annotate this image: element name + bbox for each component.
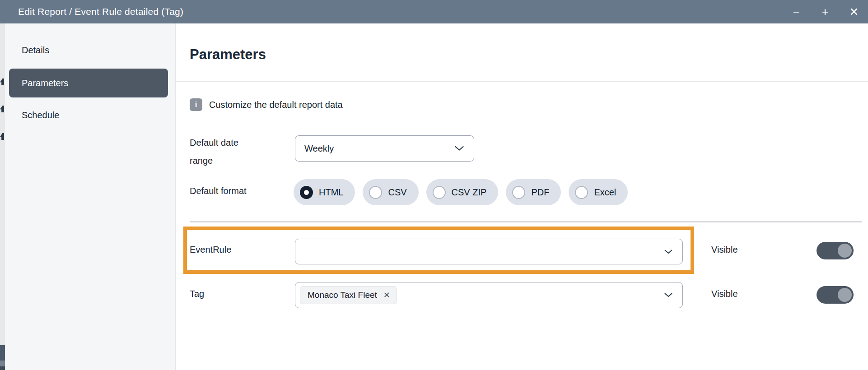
chevron-down-icon — [664, 293, 672, 297]
tag-chip-text: Monaco Taxi Fleet — [308, 290, 377, 300]
info-icon: i — [190, 98, 202, 111]
minimize-icon[interactable]: − — [789, 0, 803, 23]
tag-visible-label: Visible — [711, 289, 738, 299]
info-banner: i Customize the default report data — [190, 98, 343, 111]
date-range-label: Default date range — [190, 134, 260, 170]
date-range-value: Weekly — [304, 143, 334, 154]
toggle-knob — [838, 244, 852, 258]
window-title: Edit Report / Event Rule detailed (Tag) — [18, 6, 183, 17]
window-controls: − + ✕ — [789, 0, 861, 23]
radio-unselected-icon — [575, 186, 588, 199]
parameters-panel: Parameters i Customize the default repor… — [176, 23, 868, 370]
tag-visible-toggle[interactable] — [817, 286, 854, 304]
radio-unselected-icon — [433, 186, 446, 199]
background-block — [0, 366, 5, 370]
format-option-csvzip[interactable]: CSV ZIP — [426, 179, 499, 205]
tag-select[interactable]: Monaco Taxi Fleet ✕ — [295, 282, 683, 308]
close-icon[interactable]: ✕ — [847, 0, 861, 23]
tag-label: Tag — [190, 289, 204, 299]
event-rule-label: EventRule — [190, 245, 231, 255]
radio-unselected-icon — [369, 186, 382, 199]
format-options: HTML CSV CSV ZIP PDF Excel — [294, 179, 628, 205]
sidebar-item-parameters[interactable]: Parameters — [9, 69, 168, 97]
page-title: Parameters — [190, 46, 266, 63]
radio-selected-icon — [300, 186, 313, 199]
date-range-select[interactable]: Weekly — [295, 135, 474, 162]
format-option-html[interactable]: HTML — [294, 179, 355, 205]
sidebar-item-schedule[interactable]: Schedule — [5, 105, 175, 125]
format-option-pdf[interactable]: PDF — [506, 179, 561, 205]
sidebar: Details Parameters Schedule — [5, 23, 176, 370]
chevron-down-icon — [455, 146, 464, 151]
background-glyph-fragment — [0, 133, 4, 140]
background-glyph-fragment — [0, 79, 4, 85]
info-text: Customize the default report data — [209, 100, 343, 110]
background-block — [0, 361, 5, 366]
title-divider — [176, 81, 868, 82]
format-option-csv[interactable]: CSV — [363, 179, 418, 205]
event-rule-visible-toggle[interactable] — [817, 242, 854, 259]
section-divider — [190, 221, 862, 222]
event-rule-visible-label: Visible — [711, 245, 738, 255]
tag-chip: Monaco Taxi Fleet ✕ — [300, 286, 397, 304]
background-sliver — [0, 23, 5, 370]
event-rule-select[interactable] — [295, 239, 683, 264]
background-glyph-fragment — [0, 106, 4, 112]
maximize-icon[interactable]: + — [818, 0, 832, 23]
background-block — [0, 345, 5, 361]
radio-unselected-icon — [512, 186, 525, 199]
window-titlebar: Edit Report / Event Rule detailed (Tag) … — [0, 0, 868, 23]
sidebar-item-details[interactable]: Details — [5, 40, 175, 60]
format-option-excel[interactable]: Excel — [569, 179, 628, 205]
toggle-knob — [838, 288, 852, 302]
format-label: Default format — [190, 186, 247, 196]
chip-remove-icon[interactable]: ✕ — [383, 290, 390, 300]
chevron-down-icon — [664, 250, 672, 254]
